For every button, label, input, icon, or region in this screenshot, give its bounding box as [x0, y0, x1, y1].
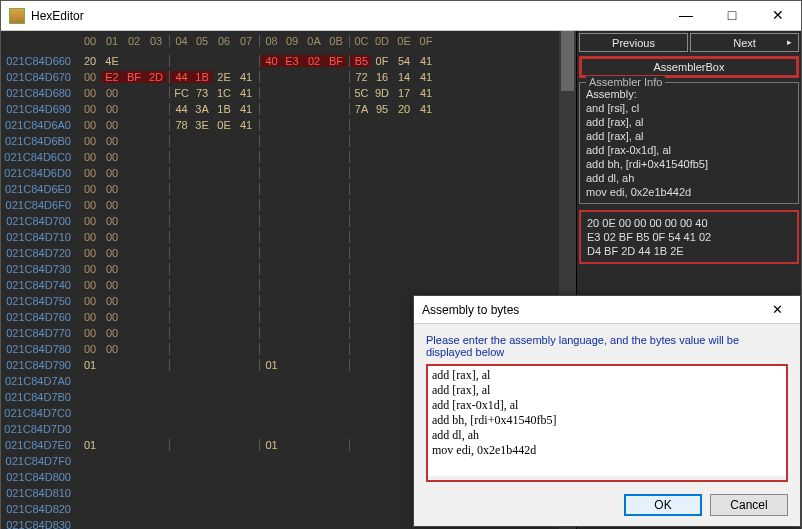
hex-byte[interactable]: [169, 295, 191, 307]
hex-byte[interactable]: [145, 279, 167, 291]
hex-byte[interactable]: [123, 167, 145, 179]
hex-byte[interactable]: [123, 359, 145, 371]
hex-byte[interactable]: [169, 215, 191, 227]
hex-byte[interactable]: 00: [79, 183, 101, 195]
hex-byte[interactable]: 14: [393, 71, 415, 83]
hex-byte[interactable]: 41: [235, 119, 257, 131]
hex-byte[interactable]: 3A: [191, 103, 213, 115]
hex-byte[interactable]: [145, 439, 167, 451]
hex-byte[interactable]: [191, 199, 213, 211]
hex-byte[interactable]: [371, 359, 393, 371]
hex-byte[interactable]: [393, 151, 415, 163]
hex-byte[interactable]: [213, 151, 235, 163]
hex-byte[interactable]: [213, 199, 235, 211]
hex-byte[interactable]: [191, 151, 213, 163]
hex-byte[interactable]: [303, 311, 325, 323]
hex-byte[interactable]: [235, 167, 257, 179]
hex-byte[interactable]: [415, 231, 437, 243]
minimize-button[interactable]: —: [663, 1, 709, 30]
hex-byte[interactable]: [259, 231, 281, 243]
hex-byte[interactable]: [169, 359, 191, 371]
hex-byte[interactable]: [371, 311, 393, 323]
hex-byte[interactable]: 73: [191, 87, 213, 99]
hex-byte[interactable]: [259, 215, 281, 227]
hex-byte[interactable]: [281, 167, 303, 179]
hex-byte[interactable]: [145, 103, 167, 115]
hex-byte[interactable]: [325, 215, 347, 227]
hex-byte[interactable]: [259, 71, 281, 83]
hex-byte[interactable]: [191, 55, 213, 67]
hex-byte[interactable]: 3E: [191, 119, 213, 131]
hex-byte[interactable]: [281, 119, 303, 131]
hex-byte[interactable]: [191, 263, 213, 275]
hex-byte[interactable]: [415, 215, 437, 227]
maximize-button[interactable]: □: [709, 1, 755, 30]
hex-byte[interactable]: [393, 247, 415, 259]
hex-byte[interactable]: [281, 215, 303, 227]
hex-byte[interactable]: [145, 231, 167, 243]
hex-byte[interactable]: [259, 87, 281, 99]
hex-byte[interactable]: [371, 439, 393, 451]
hex-byte[interactable]: 00: [79, 71, 101, 83]
hex-byte[interactable]: [281, 263, 303, 275]
hex-byte[interactable]: 00: [101, 279, 123, 291]
hex-byte[interactable]: 1B: [213, 103, 235, 115]
hex-byte[interactable]: [415, 151, 437, 163]
hex-byte[interactable]: 00: [101, 263, 123, 275]
hex-byte[interactable]: [303, 199, 325, 211]
hex-byte[interactable]: [123, 279, 145, 291]
hex-byte[interactable]: [325, 263, 347, 275]
hex-byte[interactable]: [169, 167, 191, 179]
scrollbar-thumb[interactable]: [561, 31, 574, 91]
hex-byte[interactable]: [145, 295, 167, 307]
hex-byte[interactable]: [169, 263, 191, 275]
hex-byte[interactable]: [325, 199, 347, 211]
hex-byte[interactable]: 00: [101, 199, 123, 211]
hex-byte[interactable]: [325, 151, 347, 163]
hex-byte[interactable]: [235, 183, 257, 195]
hex-byte[interactable]: [235, 151, 257, 163]
hex-byte[interactable]: [349, 295, 371, 307]
hex-byte[interactable]: [145, 247, 167, 259]
hex-byte[interactable]: 00: [101, 311, 123, 323]
hex-byte[interactable]: [235, 279, 257, 291]
hex-byte[interactable]: [169, 55, 191, 67]
hex-byte[interactable]: [145, 311, 167, 323]
hex-byte[interactable]: [371, 327, 393, 339]
hex-byte[interactable]: 7A: [349, 103, 371, 115]
hex-byte[interactable]: [415, 183, 437, 195]
hex-byte[interactable]: [169, 279, 191, 291]
hex-byte[interactable]: [101, 359, 123, 371]
hex-byte[interactable]: 00: [101, 183, 123, 195]
hex-byte[interactable]: 00: [79, 87, 101, 99]
hex-byte[interactable]: 00: [101, 103, 123, 115]
hex-byte[interactable]: 41: [415, 71, 437, 83]
hex-byte[interactable]: 00: [79, 215, 101, 227]
hex-byte[interactable]: 00: [79, 279, 101, 291]
hex-byte[interactable]: [213, 135, 235, 147]
hex-byte[interactable]: [349, 247, 371, 259]
hex-byte[interactable]: [123, 439, 145, 451]
hex-byte[interactable]: 02: [303, 55, 325, 67]
hex-byte[interactable]: [349, 311, 371, 323]
hex-byte[interactable]: 00: [79, 151, 101, 163]
hex-byte[interactable]: [213, 167, 235, 179]
hex-byte[interactable]: 0E: [213, 119, 235, 131]
hex-byte[interactable]: [325, 231, 347, 243]
hex-byte[interactable]: [349, 439, 371, 451]
hex-byte[interactable]: [281, 279, 303, 291]
hex-byte[interactable]: [145, 87, 167, 99]
hex-byte[interactable]: [303, 295, 325, 307]
hex-byte[interactable]: [191, 247, 213, 259]
hex-byte[interactable]: [325, 103, 347, 115]
hex-byte[interactable]: [213, 295, 235, 307]
hex-byte[interactable]: [259, 343, 281, 355]
hex-byte[interactable]: [415, 247, 437, 259]
hex-byte[interactable]: [281, 87, 303, 99]
hex-byte[interactable]: E3: [281, 55, 303, 67]
hex-byte[interactable]: 41: [415, 55, 437, 67]
hex-byte[interactable]: [349, 199, 371, 211]
hex-byte[interactable]: 00: [79, 119, 101, 131]
hex-byte[interactable]: [235, 295, 257, 307]
hex-byte[interactable]: [191, 135, 213, 147]
